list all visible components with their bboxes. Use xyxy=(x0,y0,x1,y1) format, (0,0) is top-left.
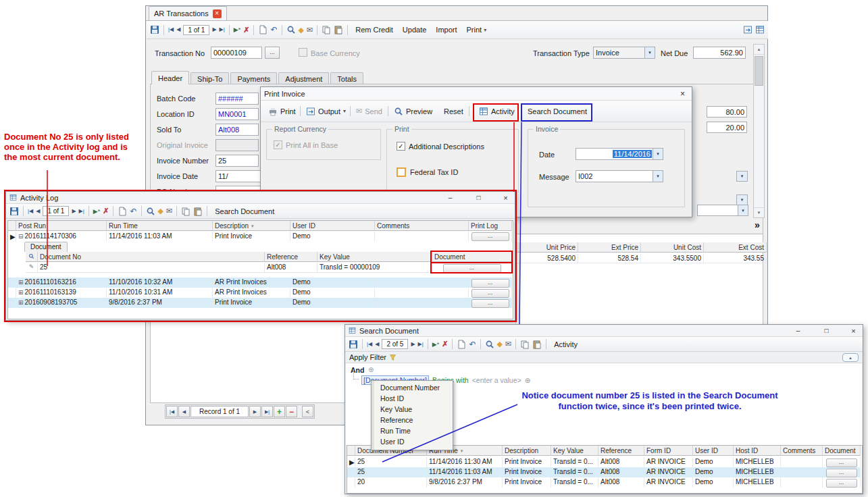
chevron-down-icon[interactable]: ▾ xyxy=(653,171,663,182)
more-columns-chevron[interactable]: » xyxy=(755,219,760,230)
col-header-user-id[interactable]: User ID xyxy=(693,446,734,456)
tab-adjustment[interactable]: Adjustment xyxy=(278,72,329,84)
combo-stub[interactable]: ▾ xyxy=(697,205,748,216)
new-page-icon[interactable] xyxy=(258,25,267,34)
record-last-button[interactable]: ▶| xyxy=(261,406,273,417)
menu-item-user-id[interactable]: User ID xyxy=(372,436,453,447)
tab-header[interactable]: Header xyxy=(151,71,189,84)
sold-to-input[interactable]: Alt008 xyxy=(215,124,259,136)
preview-button[interactable]: Preview xyxy=(392,104,434,118)
nav-prev-icon[interactable]: ◀ xyxy=(36,207,40,216)
add-condition-icon[interactable]: ⊕ xyxy=(368,366,374,373)
nav-first-icon[interactable]: |◀ xyxy=(367,340,372,349)
help-icon[interactable]: ◆ xyxy=(497,340,503,348)
preview-icon[interactable] xyxy=(286,25,296,34)
nav-last-icon[interactable]: ▶| xyxy=(79,207,84,216)
apply-filter-label[interactable]: Apply Filter xyxy=(349,353,386,361)
expand-icon[interactable]: ⊞ xyxy=(18,299,24,306)
new-page-icon[interactable] xyxy=(457,340,466,349)
new-record-icon[interactable]: ▶* xyxy=(93,208,100,215)
tab-ship-to[interactable]: Ship-To xyxy=(190,72,229,84)
transaction-type-combo[interactable]: Invoice ▾ xyxy=(593,47,655,59)
maximize-icon[interactable]: □ xyxy=(474,193,484,203)
dropdown-stub-2[interactable]: ▾ xyxy=(736,194,748,205)
reset-button[interactable]: Reset xyxy=(442,104,465,118)
col-header-reference[interactable]: Reference xyxy=(598,446,644,456)
import-button[interactable]: Import xyxy=(432,26,460,34)
close-icon[interactable]: × xyxy=(501,193,511,203)
col-header-comments[interactable]: Comments xyxy=(375,221,469,231)
table-row[interactable]: ⊞20161110163216 11/10/2016 10:32 AM AR P… xyxy=(8,278,512,288)
message-combo[interactable]: I002 ▾ xyxy=(576,170,663,182)
email-icon[interactable]: ✉ xyxy=(166,207,172,215)
expand-icon[interactable]: ⊞ xyxy=(18,289,24,296)
preview-icon[interactable] xyxy=(485,340,494,349)
paste-icon[interactable] xyxy=(193,207,203,216)
location-id-input[interactable]: MN0001 xyxy=(215,108,259,120)
record-prev-button[interactable]: ◀ xyxy=(178,406,190,417)
paste-icon[interactable] xyxy=(334,25,343,34)
col-header-document-no[interactable]: Document No xyxy=(38,252,265,262)
table-row[interactable]: ▶ 25 11/14/2016 11:30 AM Print Invoice T… xyxy=(347,457,861,467)
delete-icon[interactable]: ✗ xyxy=(442,340,448,348)
new-record-icon[interactable]: ▶* xyxy=(432,341,439,348)
email-icon[interactable]: ✉ xyxy=(505,340,511,348)
form-scrollbar[interactable]: ▲ ▼ xyxy=(753,44,765,218)
print-log-button[interactable]: ... xyxy=(471,289,509,298)
table-row[interactable]: ⊞20161110163139 11/10/2016 10:31 AM AR P… xyxy=(8,288,512,298)
preview-icon[interactable] xyxy=(146,207,155,216)
minimize-icon[interactable]: – xyxy=(445,193,455,203)
activity-log-titlebar[interactable]: Activity Log xyxy=(6,192,515,204)
undo-icon[interactable]: ↶ xyxy=(270,25,277,34)
chevron-down-icon[interactable]: ▾ xyxy=(644,47,655,58)
col-header-description[interactable]: Description xyxy=(503,446,551,456)
help-icon[interactable]: ◆ xyxy=(158,207,163,215)
print-log-button[interactable]: ... xyxy=(471,232,509,241)
save-icon[interactable] xyxy=(9,207,19,216)
col-header-print-log[interactable]: Print Log xyxy=(469,221,512,231)
table-row[interactable]: 20 9/8/2016 2:37 PM Print Invoice TransI… xyxy=(347,477,861,488)
amount-field-2[interactable]: 20.00 xyxy=(707,122,747,133)
save-icon[interactable] xyxy=(150,25,159,34)
copy-icon[interactable] xyxy=(322,25,331,34)
date-input[interactable]: 11/14/2016 ▾ xyxy=(576,148,663,160)
update-button[interactable]: Update xyxy=(399,26,430,34)
nav-first-icon[interactable]: |◀ xyxy=(28,207,33,216)
maximize-icon[interactable]: □ xyxy=(821,326,832,336)
scrollbar-down-icon[interactable]: ▼ xyxy=(754,207,764,217)
col-header-post-run[interactable]: Post Run xyxy=(16,221,107,231)
print-button[interactable]: Print xyxy=(266,104,298,118)
filter-value-link[interactable]: <enter a value> xyxy=(472,376,521,384)
col-header-unit-cost[interactable]: Unit Cost xyxy=(641,242,704,253)
nav-prev-icon[interactable]: ◀ xyxy=(176,25,180,34)
print-menu-button[interactable]: Print ▾ xyxy=(463,26,490,34)
expand-icon[interactable]: ⊞ xyxy=(18,279,24,286)
col-header-ext-price[interactable]: Ext Price xyxy=(578,242,641,253)
document-button[interactable]: ... xyxy=(826,479,857,488)
chevron-down-icon[interactable]: ▾ xyxy=(653,149,663,159)
nav-prev-icon[interactable]: ◀ xyxy=(375,340,379,349)
activity-button[interactable]: Activity xyxy=(551,340,581,348)
col-header-key-value[interactable]: Key Value xyxy=(551,446,598,456)
tab-ar-transactions[interactable]: AR Transactions × xyxy=(149,6,227,20)
col-header-key-value[interactable]: Key Value xyxy=(317,252,432,262)
search-document-button[interactable]: Search Document xyxy=(211,207,278,215)
menu-item-reference[interactable]: Reference xyxy=(372,415,453,425)
copy-icon[interactable] xyxy=(520,340,530,349)
transaction-no-lookup-button[interactable]: ... xyxy=(265,47,280,59)
print-log-button[interactable]: ... xyxy=(471,279,509,288)
detail-grid-row[interactable]: 528.5400 528.54 343.5500 343.55 xyxy=(515,254,767,263)
nav-next-icon[interactable]: ▶ xyxy=(72,207,76,216)
menu-item-host-id[interactable]: Host ID xyxy=(372,393,453,404)
invoice-number-input[interactable]: 25 xyxy=(215,155,259,167)
table-row[interactable]: ⊞20160908193705 9/8/2016 2:37 PM Print I… xyxy=(8,298,512,308)
batch-code-input[interactable]: ###### xyxy=(215,93,259,105)
add-record-button[interactable]: + xyxy=(274,406,285,417)
nav-last-icon[interactable]: ▶| xyxy=(418,340,424,349)
print-log-button[interactable]: ... xyxy=(471,299,509,308)
col-header-comments[interactable]: Comments xyxy=(781,446,823,456)
export-icon[interactable] xyxy=(743,25,752,34)
nav-first-icon[interactable]: |◀ xyxy=(168,25,174,34)
print-invoice-titlebar[interactable]: Print Invoice xyxy=(261,87,692,101)
table-row[interactable]: 25 11/14/2016 11:03 AM Print Invoice Tra… xyxy=(347,467,861,477)
